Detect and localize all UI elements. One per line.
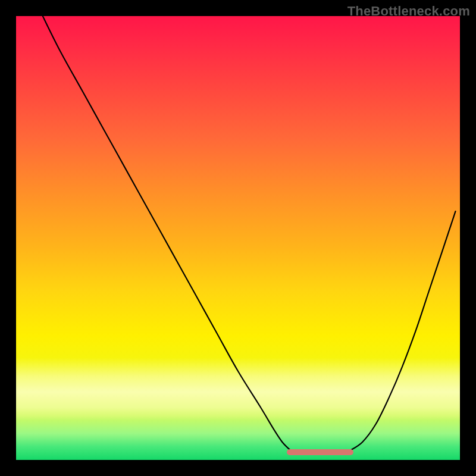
chart-frame: TheBottleneck.com <box>0 0 476 476</box>
optimal-range-marker <box>287 449 353 455</box>
right-curve <box>349 211 456 451</box>
curve-layer <box>16 16 460 460</box>
watermark-text: TheBottleneck.com <box>347 4 470 19</box>
left-curve <box>43 16 292 451</box>
plot-area <box>16 16 460 460</box>
